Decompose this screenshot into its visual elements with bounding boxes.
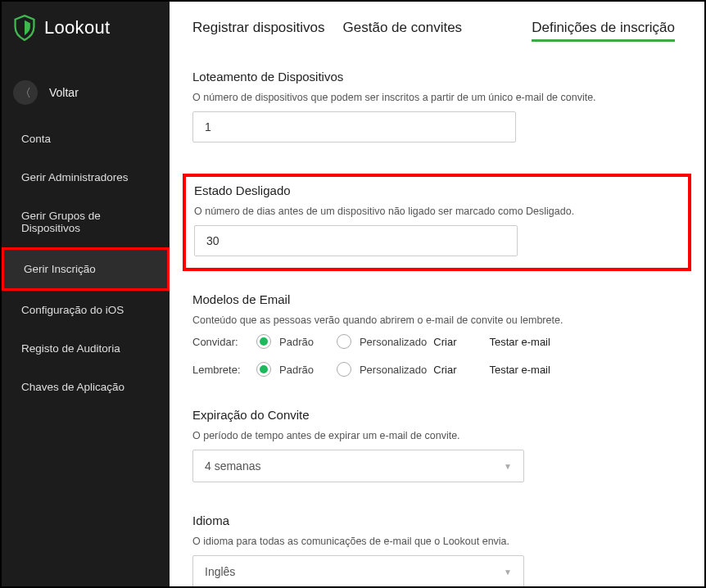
tabs: Registrar dispositivos Gestão de convite… <box>192 20 675 42</box>
select-value: 4 semanas <box>205 459 260 473</box>
expiration-select[interactable]: 4 semanas ▼ <box>192 450 524 482</box>
select-value: Inglês <box>205 565 235 578</box>
tab-definicoes-inscricao[interactable]: Definições de inscrição <box>532 20 675 42</box>
back-button[interactable]: 〈 Voltar <box>2 57 170 120</box>
disconnected-days-input[interactable] <box>194 225 518 256</box>
section-title: Idioma <box>192 513 675 527</box>
section-title: Modelos de Email <box>192 292 675 306</box>
radio-label-default: Padrão <box>279 364 314 376</box>
section-expiration: Expiração do Convite O período de tempo … <box>192 408 675 482</box>
back-circle: 〈 <box>13 80 38 105</box>
test-email-link[interactable]: Testar e-mail <box>489 336 550 348</box>
radio-invite-default[interactable] <box>256 334 271 349</box>
email-reminder-row: Lembrete: Padrão Personalizado Criar Tes… <box>192 362 675 377</box>
brand: Lookout <box>2 8 170 57</box>
radio-reminder-custom[interactable] <box>337 362 351 377</box>
chevron-left-icon: 〈 <box>20 87 31 98</box>
back-label: Voltar <box>49 86 79 99</box>
sidebar-item-gerir-inscricao[interactable]: Gerir Inscrição <box>2 247 170 291</box>
brand-text: Lookout <box>44 17 110 38</box>
radio-label-custom: Personalizado <box>360 364 427 376</box>
section-title: Expiração do Convite <box>192 408 675 422</box>
sidebar: Lookout 〈 Voltar Conta Gerir Administrad… <box>2 2 170 586</box>
radio-label-custom: Personalizado <box>360 336 427 348</box>
sidebar-item-registo-auditoria[interactable]: Registo de Auditoria <box>2 329 170 368</box>
section-title: Estado Desligado <box>194 183 675 197</box>
create-link[interactable]: Criar <box>433 336 456 348</box>
caret-down-icon: ▼ <box>504 568 512 577</box>
tab-registrar-dispositivos[interactable]: Registrar dispositivos <box>192 20 325 39</box>
section-language: Idioma O idioma para todas as comunicaçõ… <box>192 513 675 586</box>
section-desc: O período de tempo antes de expirar um e… <box>192 430 675 441</box>
sidebar-item-configuracao-ios[interactable]: Configuração do iOS <box>2 291 170 329</box>
test-email-link[interactable]: Testar e-mail <box>489 364 550 376</box>
row-label: Convidar: <box>192 336 256 348</box>
tab-gestao-convites[interactable]: Gestão de convites <box>343 20 463 39</box>
section-desc: O número de dias antes de um dispositivo… <box>194 206 675 217</box>
language-select[interactable]: Inglês ▼ <box>192 555 524 586</box>
sidebar-item-conta[interactable]: Conta <box>2 120 170 158</box>
section-title: Loteamento de Dispositivos <box>192 70 675 84</box>
section-desc: O número de dispositivos que podem ser i… <box>192 92 675 103</box>
email-invite-row: Convidar: Padrão Personalizado Criar Tes… <box>192 334 675 349</box>
sidebar-item-gerir-grupos[interactable]: Gerir Grupos de Dispositivos <box>2 197 170 247</box>
sidebar-item-gerir-administradores[interactable]: Gerir Administradores <box>2 158 170 197</box>
caret-down-icon: ▼ <box>504 462 512 471</box>
shield-icon <box>13 15 36 41</box>
radio-label-default: Padrão <box>279 336 314 348</box>
main-content: Registrar dispositivos Gestão de convite… <box>170 2 704 586</box>
sidebar-item-chaves-aplicacao[interactable]: Chaves de Aplicação <box>2 368 170 406</box>
row-label: Lembrete: <box>192 364 256 376</box>
radio-invite-custom[interactable] <box>337 334 351 349</box>
section-email-templates: Modelos de Email Conteúdo que as pessoas… <box>192 292 675 377</box>
highlight-disconnected: Estado Desligado O número de dias antes … <box>183 174 691 271</box>
section-desc: O idioma para todas as comunicações de e… <box>192 536 675 547</box>
device-allotment-input[interactable] <box>192 111 516 142</box>
section-allotment: Loteamento de Dispositivos O número de d… <box>192 70 675 142</box>
create-link[interactable]: Criar <box>433 364 456 376</box>
radio-reminder-default[interactable] <box>256 362 271 377</box>
section-desc: Conteúdo que as pessoas verão quando abr… <box>192 314 675 326</box>
